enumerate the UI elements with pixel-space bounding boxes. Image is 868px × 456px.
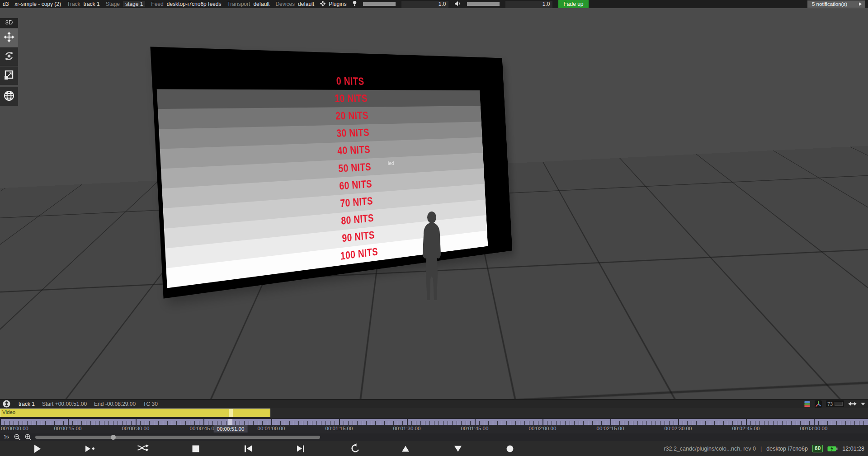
timeline-timecode: 00:02:45.00: [732, 426, 760, 431]
track-scale-value[interactable]: 73: [826, 400, 844, 407]
cue-up-button[interactable]: [402, 446, 409, 451]
status-separator: |: [760, 446, 762, 452]
track-header-bar: track 1 Start +00:00:51.00 End -00:08:29…: [0, 399, 868, 408]
camera-name-label: pcam: [741, 348, 756, 355]
app-menu[interactable]: d3: [3, 1, 9, 7]
cue-down-button[interactable]: [454, 446, 462, 451]
stop-button[interactable]: [193, 445, 199, 452]
notifications-chip[interactable]: 5 notification(s): [807, 0, 865, 8]
timeline-ruler[interactable]: [0, 418, 868, 425]
transport-menu-label: Transport: [227, 1, 250, 7]
brightness-slider-fill: [363, 2, 396, 6]
ruler-major-ticks: [0, 419, 868, 425]
globe-icon: [3, 90, 15, 103]
nits-band: 0 NITS: [156, 69, 480, 90]
thumbnail-toggle-icon[interactable]: [835, 402, 843, 406]
timeline-timecode: 00:02:15.00: [597, 426, 624, 431]
stop-icon: [193, 445, 199, 452]
layers-icon[interactable]: [804, 401, 811, 407]
feed-menu-value[interactable]: desktop-i7cno6p feeds: [167, 1, 222, 7]
timeline-timecode: 00:00:45.00: [190, 426, 217, 431]
notifications-count: 5 notification(s): [812, 0, 847, 8]
track-timecode-rate[interactable]: TC 30: [143, 401, 158, 407]
track-name[interactable]: track 1: [19, 401, 35, 407]
screen-name-label: led: [388, 161, 394, 166]
next-section-button[interactable]: [297, 445, 304, 452]
timeline-scrollbar[interactable]: [35, 436, 320, 439]
rotate-tool-button[interactable]: [0, 47, 18, 66]
view-mode-label[interactable]: 3D: [0, 18, 18, 28]
devices-menu-group: Devices default: [275, 1, 314, 7]
devices-menu-value[interactable]: default: [298, 1, 314, 7]
play-section-icon: [85, 446, 90, 452]
notifications-expand-icon[interactable]: [859, 2, 862, 6]
version-label: r32.2_candc/plugins/colo...nch, rev 0: [664, 446, 756, 452]
ruler-playhead[interactable]: [228, 419, 232, 425]
machine-name: desktop-i7cno6p: [766, 446, 808, 452]
timeline-timecode: 00:00:00.00: [1, 426, 28, 431]
play-button[interactable]: [34, 445, 41, 453]
playhead-timecode[interactable]: 00:00:51.00: [214, 425, 248, 432]
prev-section-icon: [247, 446, 252, 452]
next-section-icon: [297, 446, 302, 452]
track-menu-value[interactable]: track 1: [84, 1, 100, 7]
nits-band-label: 100 NITS: [340, 246, 378, 263]
scale-tool-button[interactable]: [0, 66, 18, 85]
plugins-menu-value[interactable]: Plugins: [329, 1, 346, 7]
prev-section-button[interactable]: [245, 445, 252, 452]
axes-icon[interactable]: [815, 400, 822, 408]
d3-application: d3 xr-simple - copy (2) Track track 1 St…: [0, 0, 868, 456]
nits-band-label: 30 NITS: [336, 127, 370, 140]
fps-badge: 60: [812, 445, 823, 452]
nits-band-label: 60 NITS: [339, 178, 373, 193]
up-icon: [402, 446, 409, 451]
battery-icon: [827, 446, 838, 451]
nits-band-label: 50 NITS: [338, 161, 372, 175]
track-menu-group: Track track 1: [67, 1, 100, 7]
play-section-button[interactable]: [85, 446, 94, 452]
plugins-menu-group[interactable]: Plugins: [320, 1, 346, 8]
timeline-timecode: 00:00:15.00: [54, 426, 82, 431]
nits-band-label: 80 NITS: [341, 212, 374, 227]
track-icon[interactable]: [3, 400, 10, 408]
devices-menu-label: Devices: [275, 1, 295, 7]
stage-viewport[interactable]: 0 NITS 10 NITS 20 NITS 30 NITS: [0, 8, 868, 399]
camera-wireframe[interactable]: pcam: [710, 318, 805, 395]
video-playhead[interactable]: [229, 409, 233, 417]
stage-menu-value[interactable]: stage 1: [123, 1, 145, 7]
fade-up-button[interactable]: Fade up: [558, 0, 588, 8]
timeline-timecode: 00:02:00.00: [529, 426, 557, 431]
loop-sections-button[interactable]: [137, 444, 150, 454]
timeline-scroll-row: 1s: [0, 433, 868, 441]
volume-value[interactable]: 1.0: [505, 1, 552, 8]
track-end-time[interactable]: End -00:08:29.00: [94, 401, 136, 407]
nits-band-label: 20 NITS: [335, 110, 369, 122]
plugins-icon: [320, 1, 326, 8]
timeline-panel: track 1 Start +00:00:51.00 End -00:08:29…: [0, 399, 868, 456]
nits-band-label: 0 NITS: [336, 75, 364, 87]
move-tool-button[interactable]: [0, 28, 18, 47]
loop-sections-icon: [137, 444, 150, 454]
return-to-start-button[interactable]: [349, 443, 360, 454]
globe-tool-button[interactable]: [0, 87, 18, 106]
video-layer-bar[interactable]: Video: [0, 409, 270, 417]
dropdown-icon[interactable]: [861, 403, 865, 405]
scale-icon: [4, 70, 14, 82]
brightness-value[interactable]: 1.0: [401, 1, 448, 8]
camera-dome-line: [753, 334, 788, 369]
track-start-time[interactable]: Start +00:00:51.00: [42, 401, 87, 407]
record-button[interactable]: [507, 445, 514, 452]
transport-menu-value[interactable]: default: [253, 1, 269, 7]
fit-width-icon[interactable]: [848, 401, 857, 406]
stage-menu-label: Stage: [106, 1, 120, 7]
speaker-icon: [454, 1, 461, 8]
person-silhouette: [418, 211, 445, 301]
project-menu[interactable]: xr-simple - copy (2): [14, 1, 61, 7]
status-bar: r32.2_candc/plugins/colo...nch, rev 0 | …: [664, 441, 864, 456]
nits-band-label: 10 NITS: [335, 93, 368, 105]
volume-slider[interactable]: [467, 2, 500, 6]
timeline-scrollbar-knob[interactable]: [111, 435, 116, 440]
transport-bar: r32.2_candc/plugins/colo...nch, rev 0 | …: [0, 441, 868, 456]
feed-menu-group: Feed desktop-i7cno6p feeds: [151, 1, 221, 7]
brightness-slider[interactable]: [363, 2, 396, 6]
